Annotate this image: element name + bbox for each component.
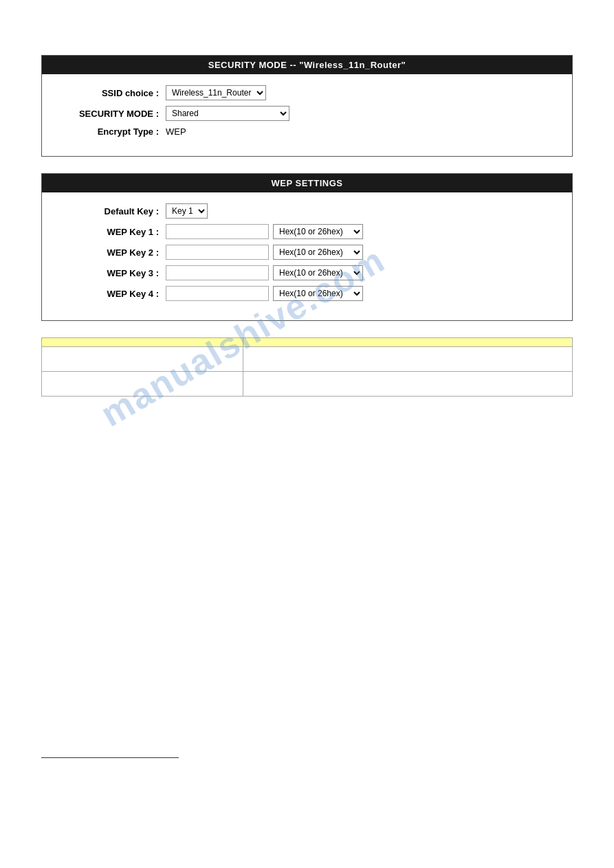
table-row-col1	[42, 372, 243, 397]
default-key-select[interactable]: Key 1 Key 2 Key 3 Key 4	[166, 203, 208, 219]
ssid-label: SSID choice :	[56, 88, 166, 98]
wep-settings-panel: WEP SETTINGS Default Key : Key 1 Key 2 K…	[41, 173, 573, 321]
wep-key-3-row: WEP Key 3 : Hex(10 or 26hex) ASCII(5 or …	[56, 265, 558, 280]
wep-key-2-type-select[interactable]: Hex(10 or 26hex) ASCII(5 or 13char)	[273, 245, 363, 260]
bottom-table	[41, 337, 573, 397]
ssid-row: SSID choice : Wireless_11n_Router	[56, 85, 558, 100]
security-mode-label: SECURITY MODE :	[56, 109, 166, 119]
table-row-col2	[243, 372, 573, 397]
encrypt-type-label: Encrypt Type :	[56, 126, 166, 137]
wep-key-3-input[interactable]	[166, 265, 269, 280]
wep-key-4-row: WEP Key 4 : Hex(10 or 26hex) ASCII(5 or …	[56, 286, 558, 301]
table-row-col1	[42, 347, 243, 372]
wep-key-1-type-select[interactable]: Hex(10 or 26hex) ASCII(5 or 13char)	[273, 224, 363, 239]
encrypt-type-value: WEP	[166, 126, 186, 137]
security-mode-panel: SECURITY MODE -- "Wireless_11n_Router" S…	[41, 55, 573, 157]
ssid-select[interactable]: Wireless_11n_Router	[166, 85, 266, 100]
bottom-table-col1-header	[42, 338, 243, 347]
wep-key-4-input[interactable]	[166, 286, 269, 301]
bottom-table-col2-header	[243, 338, 573, 347]
wep-key-1-row: WEP Key 1 : Hex(10 or 26hex) ASCII(5 or …	[56, 224, 558, 239]
encrypt-type-row: Encrypt Type : WEP	[56, 126, 558, 137]
security-mode-row: SECURITY MODE : None WEP WPA-Personal WP…	[56, 106, 558, 121]
wep-key-2-row: WEP Key 2 : Hex(10 or 26hex) ASCII(5 or …	[56, 245, 558, 260]
default-key-row: Default Key : Key 1 Key 2 Key 3 Key 4	[56, 203, 558, 219]
wep-key-3-type-select[interactable]: Hex(10 or 26hex) ASCII(5 or 13char)	[273, 265, 363, 280]
wep-key-3-label: WEP Key 3 :	[56, 268, 166, 278]
wep-key-1-label: WEP Key 1 :	[56, 227, 166, 237]
wep-key-1-input[interactable]	[166, 224, 269, 239]
table-row	[42, 372, 573, 397]
security-mode-select[interactable]: None WEP WPA-Personal WPA2-Personal Shar…	[166, 106, 289, 121]
bottom-divider	[41, 757, 179, 758]
default-key-label: Default Key :	[56, 206, 166, 216]
wep-key-2-input[interactable]	[166, 245, 269, 260]
wep-key-4-type-select[interactable]: Hex(10 or 26hex) ASCII(5 or 13char)	[273, 286, 363, 301]
wep-panel-header: WEP SETTINGS	[42, 174, 572, 192]
table-row-col2	[243, 347, 573, 372]
table-row	[42, 347, 573, 372]
wep-key-2-label: WEP Key 2 :	[56, 247, 166, 258]
security-panel-header: SECURITY MODE -- "Wireless_11n_Router"	[42, 56, 572, 74]
wep-key-4-label: WEP Key 4 :	[56, 289, 166, 299]
